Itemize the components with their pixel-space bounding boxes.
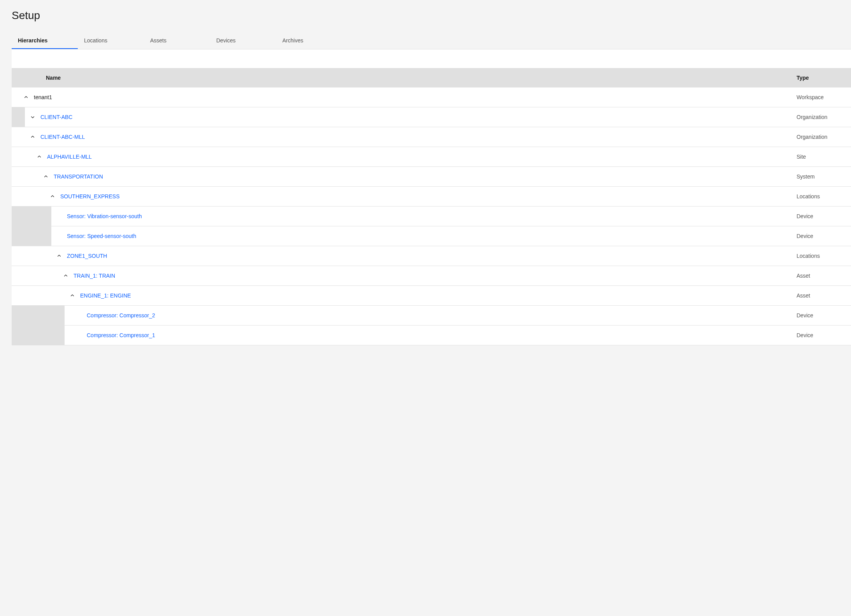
- tree-node-link[interactable]: TRAIN_1: TRAIN: [74, 273, 115, 279]
- indent-cell: [18, 206, 25, 226]
- tree-row-name-col: CLIENT-ABC: [12, 107, 797, 127]
- chevron-up-icon[interactable]: [51, 248, 67, 264]
- chevron-up-icon[interactable]: [18, 89, 34, 105]
- tab-devices[interactable]: Devices: [210, 33, 276, 49]
- indent-cell: [18, 187, 25, 206]
- leaf-indent: [51, 206, 67, 226]
- indent-cell: [58, 326, 65, 345]
- indent-cell: [12, 127, 18, 147]
- chevron-up-icon[interactable]: [65, 288, 80, 303]
- tab-assets[interactable]: Assets: [144, 33, 210, 49]
- tree-node-link[interactable]: TRANSPORTATION: [54, 173, 103, 180]
- tree-row-type: Organization: [797, 134, 851, 140]
- chevron-up-icon[interactable]: [25, 129, 40, 145]
- indent-cell: [25, 266, 32, 286]
- tree-row: ALPHAVILLE-MLLSite: [12, 147, 851, 167]
- indent-cell: [12, 226, 18, 246]
- indent-cell: [32, 206, 38, 226]
- indent-cell: [32, 167, 38, 187]
- tree-row: ZONE1_SOUTHLocations: [12, 246, 851, 266]
- tree-row-type: Locations: [797, 193, 851, 200]
- indent-cell: [45, 206, 51, 226]
- tree-body: tenant1WorkspaceCLIENT-ABCOrganizationCL…: [12, 88, 851, 345]
- indent-cell: [38, 226, 45, 246]
- tree-row: ENGINE_1: ENGINEAsset: [12, 286, 851, 306]
- indent-cell: [18, 286, 25, 306]
- indent-cell: [32, 306, 38, 326]
- indent-cell: [25, 286, 32, 306]
- tree-node-link[interactable]: Compressor: Compressor_2: [87, 312, 155, 318]
- tree-node-link[interactable]: CLIENT-ABC: [40, 114, 72, 120]
- indent-cell: [25, 226, 32, 246]
- indent-cell: [32, 286, 38, 306]
- tree-row-name-col: Compressor: Compressor_1: [12, 326, 797, 345]
- indent-cell: [25, 147, 32, 167]
- indent-cell: [65, 326, 71, 345]
- tree-row-type: Asset: [797, 273, 851, 279]
- tree-row-type: System: [797, 173, 851, 180]
- chevron-up-icon[interactable]: [58, 268, 74, 284]
- leaf-indent: [71, 306, 87, 326]
- tree-row-type: Site: [797, 154, 851, 160]
- page-title: Setup: [12, 9, 851, 22]
- tree-node-link[interactable]: Compressor: Compressor_1: [87, 332, 155, 338]
- indent-cell: [45, 226, 51, 246]
- indent-cell: [25, 306, 32, 326]
- tree-node-link[interactable]: ENGINE_1: ENGINE: [80, 292, 131, 299]
- page-root: Setup HierarchiesLocationsAssetsDevicesA…: [0, 0, 851, 345]
- tree-row-name-col: CLIENT-ABC-MLL: [12, 127, 797, 147]
- tree-node-link[interactable]: SOUTHERN_EXPRESS: [60, 193, 119, 200]
- chevron-up-icon[interactable]: [32, 149, 47, 164]
- tab-archives[interactable]: Archives: [276, 33, 342, 49]
- table-header: Name Type: [12, 68, 851, 88]
- indent-cell: [18, 226, 25, 246]
- indent-cell: [65, 306, 71, 326]
- indent-cell: [12, 187, 18, 206]
- tree-node-link[interactable]: Sensor: Vibration-sensor-south: [67, 213, 142, 219]
- indent-cell: [38, 306, 45, 326]
- tree-row-name-col: Sensor: Vibration-sensor-south: [12, 206, 797, 226]
- tree-node-link[interactable]: CLIENT-ABC-MLL: [40, 134, 85, 140]
- indent-cell: [38, 266, 45, 286]
- indent-cell: [12, 107, 18, 127]
- column-header-type: Type: [797, 75, 851, 81]
- tree-row-type: Locations: [797, 253, 851, 259]
- indent-cell: [25, 187, 32, 206]
- tree-node-link[interactable]: ALPHAVILLE-MLL: [47, 154, 92, 160]
- indent-cell: [32, 246, 38, 266]
- indent-cell: [51, 326, 58, 345]
- chevron-up-icon[interactable]: [38, 169, 54, 184]
- indent-cell: [12, 246, 18, 266]
- tree-row: TRAIN_1: TRAINAsset: [12, 266, 851, 286]
- indent-cell: [12, 206, 18, 226]
- indent-cell: [45, 286, 51, 306]
- tree-row: tenant1Workspace: [12, 88, 851, 107]
- tab-locations[interactable]: Locations: [78, 33, 144, 49]
- indent-cell: [12, 266, 18, 286]
- indent-cell: [58, 286, 65, 306]
- chevron-up-icon[interactable]: [45, 189, 60, 204]
- tree-row-name-col: ZONE1_SOUTH: [12, 246, 797, 266]
- tree-row: SOUTHERN_EXPRESSLocations: [12, 187, 851, 206]
- indent-cell: [25, 206, 32, 226]
- tree-row-type: Asset: [797, 292, 851, 299]
- indent-cell: [12, 147, 18, 167]
- indent-cell: [12, 167, 18, 187]
- tree-row-name-col: TRANSPORTATION: [12, 167, 797, 187]
- tree-row-type: Workspace: [797, 94, 851, 100]
- indent-cell: [18, 167, 25, 187]
- tree-node-link[interactable]: Sensor: Speed-sensor-south: [67, 233, 136, 239]
- tree-row: Compressor: Compressor_2Device: [12, 306, 851, 326]
- tab-hierarchies[interactable]: Hierarchies: [12, 33, 78, 49]
- tree-node-link[interactable]: ZONE1_SOUTH: [67, 253, 107, 259]
- indent-cell: [25, 167, 32, 187]
- leaf-indent: [71, 326, 87, 345]
- indent-cell: [38, 326, 45, 345]
- tree-row-name-col: Sensor: Speed-sensor-south: [12, 226, 797, 246]
- tree-row: CLIENT-ABCOrganization: [12, 107, 851, 127]
- indent-cell: [18, 246, 25, 266]
- indent-cell: [18, 107, 25, 127]
- indent-cell: [18, 266, 25, 286]
- chevron-down-icon[interactable]: [25, 109, 40, 125]
- indent-cell: [38, 206, 45, 226]
